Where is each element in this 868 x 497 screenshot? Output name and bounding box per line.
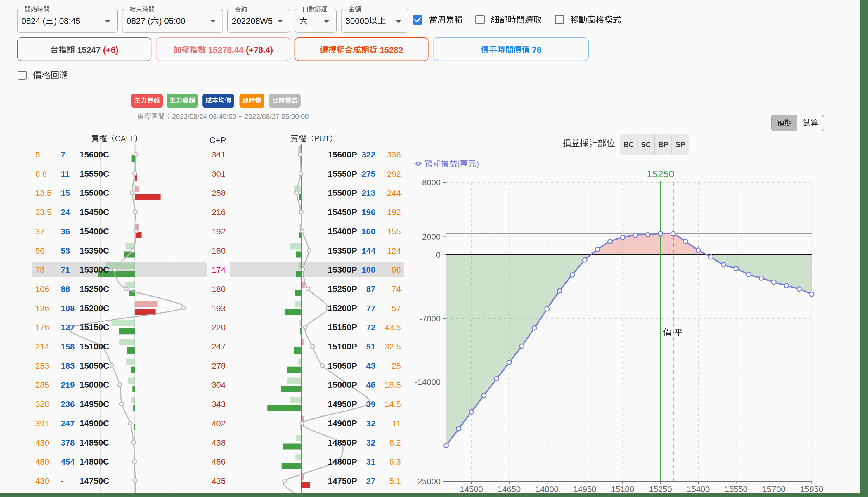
svg-text:480: 480 (35, 457, 49, 466)
svg-text:(+6): (+6) (103, 45, 118, 55)
svg-text:- -: - - (684, 328, 694, 337)
svg-text:0: 0 (436, 250, 441, 259)
svg-text:6.3: 6.3 (389, 457, 401, 466)
svg-text:BC: BC (624, 141, 634, 148)
svg-text:C+P: C+P (209, 136, 226, 145)
svg-text:15247: 15247 (77, 45, 103, 55)
svg-text:15050C: 15050C (80, 361, 109, 370)
svg-text:155: 155 (387, 227, 401, 236)
svg-text:39: 39 (366, 399, 375, 409)
svg-text:15500P: 15500P (328, 188, 357, 198)
svg-text:15550C: 15550C (80, 169, 109, 179)
svg-text:43: 43 (366, 361, 375, 370)
svg-text:144: 144 (361, 246, 375, 255)
svg-text:430: 430 (35, 438, 49, 447)
svg-text:15200P: 15200P (328, 303, 357, 313)
svg-text:32: 32 (366, 419, 375, 428)
svg-text:158: 158 (61, 342, 75, 351)
svg-text:15250: 15250 (649, 484, 672, 494)
svg-text:15700: 15700 (762, 484, 785, 494)
svg-text:- -: - - (654, 328, 664, 337)
svg-text:96: 96 (392, 265, 401, 274)
svg-text:15450C: 15450C (80, 208, 109, 217)
svg-text:108: 108 (61, 303, 75, 313)
svg-text:244: 244 (387, 188, 401, 198)
svg-text:15100C: 15100C (80, 342, 109, 351)
svg-text:CALL: CALL (115, 134, 135, 143)
svg-text:183: 183 (61, 361, 75, 370)
svg-text:-14000: -14000 (415, 377, 441, 386)
svg-text:336: 336 (387, 150, 401, 159)
svg-text:216: 216 (212, 208, 226, 217)
svg-text:220: 220 (212, 323, 226, 332)
svg-text:15150C: 15150C (80, 323, 109, 332)
svg-text:23.5: 23.5 (35, 208, 52, 217)
svg-text:15250P: 15250P (328, 284, 357, 294)
svg-text:174: 174 (212, 265, 226, 274)
svg-text:253: 253 (35, 361, 49, 370)
svg-text:258: 258 (212, 188, 226, 198)
svg-text:322: 322 (361, 150, 375, 159)
svg-text:15000C: 15000C (80, 380, 109, 389)
svg-text:14750C: 14750C (80, 476, 109, 486)
svg-text:BP: BP (658, 141, 668, 148)
svg-text:14850C: 14850C (80, 438, 109, 447)
svg-text:2000: 2000 (422, 232, 441, 241)
svg-text:278: 278 (212, 361, 226, 370)
svg-text:454: 454 (61, 457, 75, 466)
svg-text:160: 160 (361, 227, 375, 236)
svg-text:106: 106 (35, 284, 49, 294)
svg-text:25: 25 (392, 361, 401, 370)
svg-text:301: 301 (212, 169, 226, 179)
svg-text:176: 176 (35, 323, 49, 332)
svg-text:(+78.4): (+78.4) (246, 45, 273, 55)
svg-text:15400: 15400 (686, 484, 710, 494)
svg-text:13.5: 13.5 (35, 188, 52, 198)
svg-text:11: 11 (392, 419, 401, 428)
svg-text:214: 214 (35, 342, 49, 351)
svg-text:219: 219 (61, 380, 75, 389)
svg-text:213: 213 (361, 188, 375, 198)
svg-text:15250C: 15250C (80, 284, 109, 294)
svg-text:15600P: 15600P (328, 150, 357, 159)
svg-text:2022/08/24 08:45:00 ~ 2022/08/: 2022/08/24 08:45:00 ~ 2022/08/27 05:00:0… (172, 113, 309, 120)
svg-text:343: 343 (212, 399, 226, 409)
svg-text:15350C: 15350C (80, 246, 109, 255)
svg-text:15282: 15282 (380, 45, 403, 55)
svg-text:7: 7 (61, 150, 66, 159)
svg-text:378: 378 (61, 438, 75, 447)
svg-text:15100: 15100 (611, 484, 634, 494)
svg-text:14950: 14950 (573, 484, 596, 494)
svg-text:15278.44: 15278.44 (208, 45, 246, 55)
svg-text:15000P: 15000P (328, 380, 357, 389)
svg-text:24: 24 (61, 208, 70, 217)
svg-text:14750P: 14750P (328, 476, 357, 486)
svg-text:15250: 15250 (646, 168, 674, 180)
svg-text:SC: SC (641, 141, 651, 148)
svg-text:14850P: 14850P (328, 438, 357, 447)
svg-text:15200C: 15200C (80, 303, 109, 313)
svg-text:31: 31 (366, 457, 375, 466)
svg-text:32.5: 32.5 (385, 342, 401, 351)
svg-text:-7000: -7000 (419, 314, 441, 323)
svg-text:8000: 8000 (422, 178, 441, 187)
svg-text:8.8: 8.8 (35, 169, 47, 179)
svg-text:14650: 14650 (498, 484, 521, 494)
svg-text:285: 285 (35, 380, 49, 389)
svg-text:180: 180 (212, 246, 226, 255)
svg-text:391: 391 (35, 419, 49, 428)
svg-text:15: 15 (61, 188, 70, 198)
svg-text:) 08:45: ) 08:45 (54, 16, 80, 26)
svg-text:15500C: 15500C (80, 188, 109, 198)
svg-text:51: 51 (366, 342, 375, 351)
svg-text:(: ( (457, 159, 460, 168)
svg-text:) 05:00: ) 05:00 (159, 16, 185, 26)
svg-text:14500: 14500 (460, 484, 483, 494)
svg-text:247: 247 (212, 342, 226, 351)
svg-text:328: 328 (35, 399, 49, 409)
svg-text:15300C: 15300C (80, 265, 109, 274)
svg-text:15600C: 15600C (80, 150, 109, 159)
svg-text:-25000: -25000 (415, 477, 441, 486)
svg-text:15550P: 15550P (328, 169, 357, 179)
svg-text:78: 78 (35, 265, 45, 274)
